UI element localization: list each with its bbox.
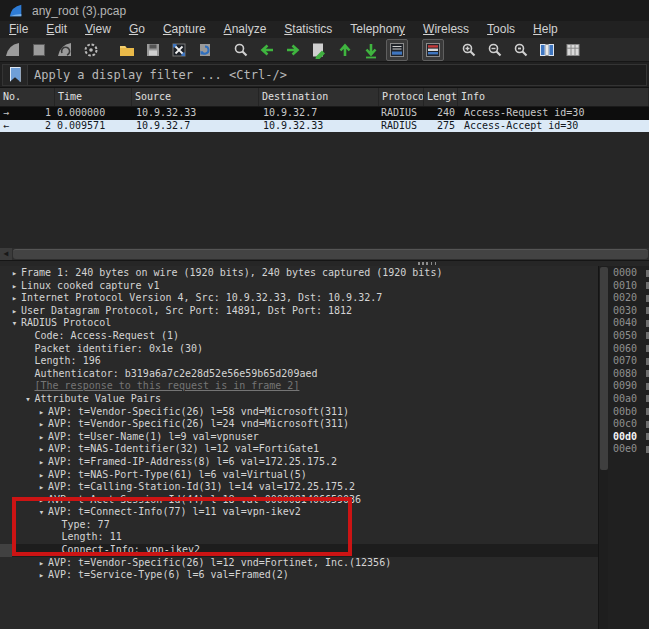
hscroll-thumb[interactable]: [13, 249, 648, 259]
go-to-packet-button[interactable]: [308, 39, 330, 61]
packet-row[interactable]: →10.00000010.9.32.3310.9.32.7RADIUS240Ac…: [0, 107, 649, 120]
detail-row[interactable]: ▸AVP: t=Vendor-Specific(26) l=24 vnd=Mic…: [0, 418, 598, 431]
menu-edit[interactable]: Edit: [37, 21, 76, 38]
column-header-info[interactable]: Info: [458, 88, 649, 106]
packet-details-pane: ▸Frame 1: 240 bytes on wire (1920 bits),…: [0, 266, 598, 629]
menu-analyze[interactable]: Analyze: [215, 21, 276, 38]
go-bottom-button[interactable]: [360, 39, 382, 61]
vscroll-thumb[interactable]: [600, 267, 608, 470]
zoom-in-button[interactable]: [458, 39, 480, 61]
detail-row[interactable]: ▸AVP: t=NAS-Port-Type(61) l=6 val=Virtua…: [0, 469, 598, 482]
expander-closed-icon[interactable]: ▸: [35, 418, 48, 431]
expander-closed-icon[interactable]: ▸: [35, 406, 48, 419]
expander-closed-icon[interactable]: ▸: [35, 469, 48, 482]
detail-row[interactable]: Length: 11: [0, 531, 598, 544]
detail-row[interactable]: Type: 77: [0, 519, 598, 532]
detail-row[interactable]: Connect-Info: vpn-ikev2: [0, 544, 598, 557]
expander-closed-icon[interactable]: ▸: [8, 280, 21, 293]
reload-file-button[interactable]: [194, 39, 216, 61]
wireshark-window: any_root (3).pcap FileEditViewGoCaptureA…: [0, 0, 649, 629]
go-to-packet-icon: [310, 41, 328, 59]
go-back-button[interactable]: [256, 39, 278, 61]
colorize-button[interactable]: [422, 39, 444, 61]
column-header-length[interactable]: Length: [424, 88, 458, 106]
expander-closed-icon[interactable]: ▸: [8, 267, 21, 280]
close-file-button[interactable]: [168, 39, 190, 61]
detail-row[interactable]: ▾AVP: t=Connect-Info(77) l=11 val=vpn-ik…: [0, 506, 598, 519]
menu-statistics[interactable]: Statistics: [275, 21, 341, 38]
open-file-button[interactable]: [116, 39, 138, 61]
expander-closed-icon[interactable]: ▸: [8, 292, 21, 305]
capture-options-icon: [82, 41, 100, 59]
go-forward-button[interactable]: [282, 39, 304, 61]
auto-scroll-icon: [388, 41, 406, 59]
expander-closed-icon[interactable]: ▸: [35, 557, 48, 570]
detail-row[interactable]: [The response to this request is in fram…: [0, 380, 598, 393]
expander-open-icon[interactable]: ▾: [35, 506, 48, 519]
restart-capture-button[interactable]: [54, 39, 76, 61]
detail-row[interactable]: Authenticator: b319a6a7c2e28d52e56e59b65…: [0, 368, 598, 381]
column-header-protocol[interactable]: Protocol: [379, 88, 424, 106]
expander-closed-icon[interactable]: ▸: [35, 481, 48, 494]
expander-closed-icon[interactable]: ▸: [35, 431, 48, 444]
menu-tools[interactable]: Tools: [478, 21, 524, 38]
packet-row[interactable]: ←20.00957110.9.32.710.9.32.33RADIUS275Ac…: [0, 120, 649, 133]
detail-row[interactable]: Code: Access-Request (1): [0, 330, 598, 343]
zoom-out-button[interactable]: [484, 39, 506, 61]
detail-row[interactable]: ▸AVP: t=Acct-Session-Id(44) l=18 val=000…: [0, 494, 598, 507]
expander-open-icon[interactable]: ▾: [22, 393, 35, 406]
detail-row[interactable]: ▸Linux cooked capture v1: [0, 280, 598, 293]
menu-telephony[interactable]: Telephony: [341, 21, 414, 38]
details-vscrollbar[interactable]: [598, 266, 608, 629]
start-capture-button[interactable]: [2, 39, 24, 61]
auto-scroll-button[interactable]: [386, 39, 408, 61]
expander-closed-icon[interactable]: ▸: [35, 456, 48, 469]
detail-row[interactable]: ▸AVP: t=Service-Type(6) l=6 val=Framed(2…: [0, 569, 598, 582]
detail-row[interactable]: ▸Internet Protocol Version 4, Src: 10.9.…: [0, 292, 598, 305]
expander-closed-icon[interactable]: ▸: [35, 569, 48, 582]
zoom-reset-button[interactable]: [510, 39, 532, 61]
detail-row[interactable]: ▸AVP: t=User-Name(1) l=9 val=vpnuser: [0, 431, 598, 444]
find-packet-button[interactable]: [230, 39, 252, 61]
scroll-left-button[interactable]: ◀: [0, 248, 12, 260]
stop-capture-button[interactable]: [28, 39, 50, 61]
detail-row[interactable]: ▸Frame 1: 240 bytes on wire (1920 bits),…: [0, 267, 598, 280]
menu-help[interactable]: Help: [524, 21, 567, 38]
menu-capture[interactable]: Capture: [154, 21, 215, 38]
column-header-no-[interactable]: No.: [0, 88, 55, 106]
menu-wireless[interactable]: Wireless: [414, 21, 478, 38]
detail-row[interactable]: ▸AVP: t=Vendor-Specific(26) l=12 vnd=For…: [0, 557, 598, 570]
expander-closed-icon[interactable]: ▸: [8, 305, 21, 318]
menu-go[interactable]: Go: [120, 21, 154, 38]
column-header-destination[interactable]: Destination: [259, 88, 379, 106]
detail-row[interactable]: ▸User Datagram Protocol, Src Port: 14891…: [0, 305, 598, 318]
menu-file[interactable]: File: [0, 21, 37, 38]
expander-open-icon[interactable]: ▾: [8, 317, 21, 330]
expander-closed-icon[interactable]: ▸: [35, 494, 48, 507]
detail-row[interactable]: Length: 196: [0, 355, 598, 368]
detail-row[interactable]: ▸AVP: t=Calling-Station-Id(31) l=14 val=…: [0, 481, 598, 494]
restart-capture-icon: [56, 41, 74, 59]
go-top-button[interactable]: [334, 39, 356, 61]
stop-capture-icon: [30, 41, 48, 59]
menu-view[interactable]: View: [76, 21, 120, 38]
save-file-button[interactable]: [142, 39, 164, 61]
display-filter-input[interactable]: Apply a display filter ... <Ctrl-/>: [2, 64, 647, 86]
zoom-out-icon: [486, 41, 504, 59]
column-header-source[interactable]: Source: [132, 88, 259, 106]
column-layout-button[interactable]: [562, 39, 584, 61]
detail-row[interactable]: ▸AVP: t=Framed-IP-Address(8) l=6 val=172…: [0, 456, 598, 469]
menubar: FileEditViewGoCaptureAnalyzeStatisticsTe…: [0, 21, 649, 39]
detail-row[interactable]: Packet identifier: 0x1e (30): [0, 343, 598, 356]
detail-row[interactable]: ▾RADIUS Protocol: [0, 317, 598, 330]
filter-bar: Apply a display filter ... <Ctrl-/>: [0, 62, 649, 88]
detail-row[interactable]: ▸AVP: t=Vendor-Specific(26) l=58 vnd=Mic…: [0, 406, 598, 419]
capture-options-button[interactable]: [80, 39, 102, 61]
resize-columns-button[interactable]: [536, 39, 558, 61]
detail-row[interactable]: ▾Attribute Value Pairs: [0, 393, 598, 406]
filter-bookmark-button[interactable]: [3, 65, 28, 85]
packet-list-hscrollbar[interactable]: ◀: [0, 248, 649, 260]
expander-closed-icon[interactable]: ▸: [35, 443, 48, 456]
column-header-time[interactable]: Time: [55, 88, 132, 106]
detail-row[interactable]: ▸AVP: t=NAS-Identifier(32) l=12 val=Fort…: [0, 443, 598, 456]
